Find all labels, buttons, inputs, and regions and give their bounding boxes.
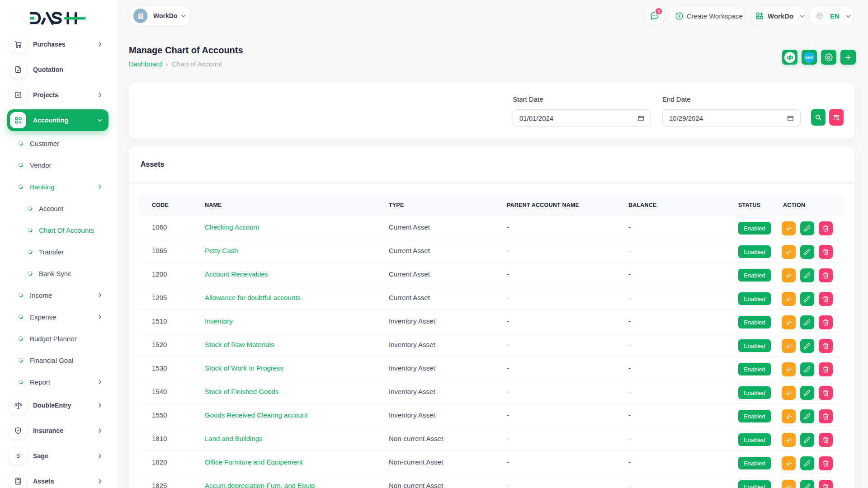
svg-text:S: S [16, 453, 20, 459]
